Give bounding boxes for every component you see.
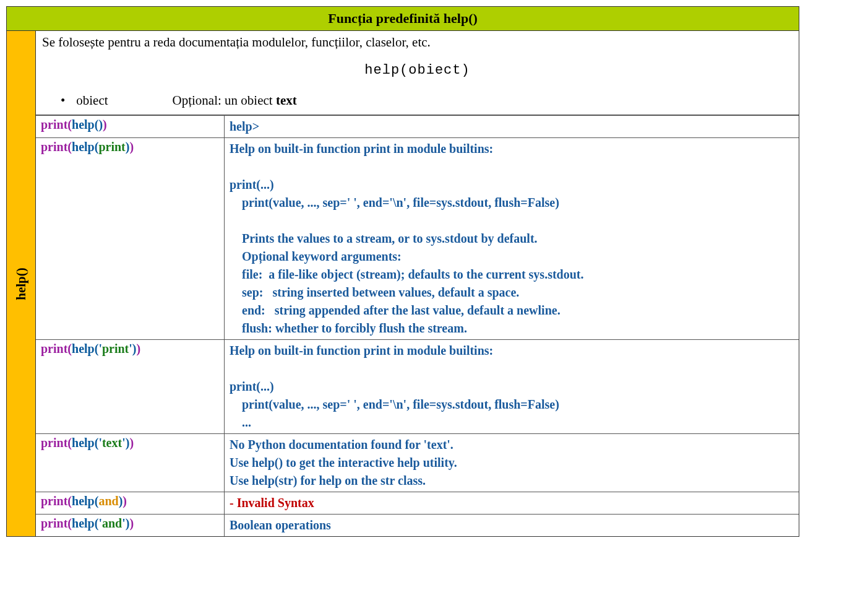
side-label: help() (14, 267, 29, 300)
output-cell: Boolean operations (225, 515, 799, 537)
code-cell: print(help(print)) (36, 138, 225, 340)
output-text: - Invalid Syntax (230, 494, 794, 512)
page-title: Funcția predefinită help() (328, 11, 478, 26)
output-text: Help on built-in function print in modul… (230, 342, 794, 432)
code-cell: print(help('and')) (36, 515, 225, 537)
document-table: Funcția predefinită help() help() Se fol… (6, 6, 799, 537)
param-desc-bold: text (276, 93, 297, 108)
output-cell: - Invalid Syntax (225, 492, 799, 515)
code-cell: print(help('text')) (36, 434, 225, 492)
side-label-cell: help() (7, 31, 36, 536)
output-cell: Help on built-in function print in modul… (225, 138, 799, 340)
table-row: print(help('text'))No Python documentati… (36, 434, 799, 492)
output-text: No Python documentation found for 'text'… (230, 436, 794, 490)
output-cell: Help on built-in function print in modul… (225, 340, 799, 434)
examples-table: print(help())help>print(help(print))Help… (36, 115, 799, 536)
table-row: print(help(print))Help on built-in funct… (36, 138, 799, 340)
table-row: print(help())help> (36, 116, 799, 138)
table-row: print(help('and'))Boolean operations (36, 515, 799, 537)
param-name: obiect (76, 93, 169, 108)
content-area: Se folosește pentru a reda documentația … (36, 31, 799, 536)
output-text: Help on built-in function print in modul… (230, 140, 794, 337)
param-desc-prefix: Opțional: un obiect (173, 93, 276, 108)
bullet-icon: • (61, 93, 73, 108)
code-cell: print(help('print')) (36, 340, 225, 434)
table-row: print(help(and))- Invalid Syntax (36, 492, 799, 515)
intro-description: Se folosește pentru a reda documentația … (42, 35, 793, 50)
output-cell: No Python documentation found for 'text'… (225, 434, 799, 492)
param-line: • obiect Opțional: un obiect text (61, 93, 793, 108)
output-text: help> (230, 118, 794, 136)
title-bar: Funcția predefinită help() (7, 7, 799, 31)
code-cell: print(help()) (36, 116, 225, 138)
syntax-line: help(obiect) (42, 63, 793, 78)
output-cell: help> (225, 116, 799, 138)
table-row: print(help('print'))Help on built-in fun… (36, 340, 799, 434)
code-cell: print(help(and)) (36, 492, 225, 515)
output-text: Boolean operations (230, 516, 794, 534)
intro-block: Se folosește pentru a reda documentația … (36, 31, 799, 115)
